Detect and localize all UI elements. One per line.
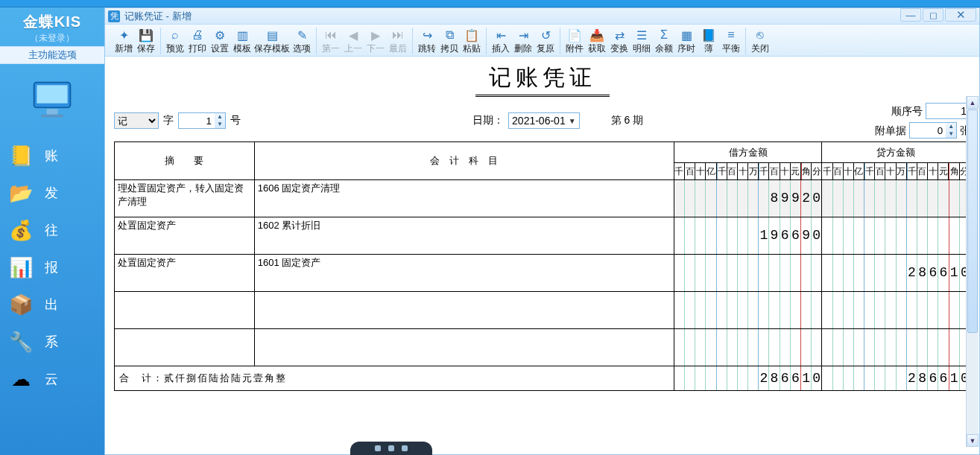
sidebar-item-1[interactable]: 📂发 (0, 174, 104, 211)
toolbar-insert-button[interactable]: ⇤插入 (490, 28, 512, 54)
toolbar-delete-button[interactable]: ⇥删除 (512, 28, 534, 54)
tpl-icon: ▥ (237, 28, 248, 42)
account-cell[interactable]: 1606 固定资产清理 (254, 180, 674, 217)
toolbar-next-button: ▶下一 (364, 28, 387, 54)
summary-cell[interactable] (115, 292, 255, 329)
digit-cell (790, 255, 800, 291)
sidebar-item-0[interactable]: 📒账 (0, 137, 104, 174)
table-row[interactable]: 处置固定资产1602 累计折旧196690 (115, 217, 970, 255)
voucher-no-input[interactable]: ▲▼ (178, 112, 226, 129)
voucher-date-input[interactable]: 2021-06-01 ▼ (508, 112, 580, 129)
toolbar-savetpl-button[interactable]: ▤保存模板 (253, 28, 291, 54)
unit-header: 千 (674, 163, 684, 179)
sidebar-item-2[interactable]: 💰往 (0, 211, 104, 249)
toolbar-print-button[interactable]: 🖨打印 (186, 28, 209, 54)
debit-cell[interactable] (674, 255, 821, 292)
spin-down[interactable]: ▼ (946, 130, 956, 138)
toolbar-label: 设置 (211, 42, 229, 54)
credit-cell[interactable] (822, 180, 970, 217)
attach-field[interactable] (910, 123, 946, 138)
toolbar-balance-button[interactable]: ≡平衡 (720, 28, 742, 54)
scroll-up-button[interactable]: ▲ (967, 96, 979, 109)
summary-cell[interactable]: 处置固定资产 (115, 217, 255, 255)
toolbar-tpl-button[interactable]: ▥模板 (231, 28, 253, 54)
toolbar-preview-button[interactable]: ⌕预览 (164, 28, 186, 54)
unit-header: 十 (738, 163, 747, 179)
window-min-button[interactable]: — (900, 8, 921, 22)
bottom-pill[interactable] (350, 442, 432, 455)
digit-cell (800, 329, 811, 366)
toolbar-restore-button[interactable]: ↺复原 (534, 28, 557, 54)
toolbar-fetch-button[interactable]: 📥获取 (586, 28, 608, 54)
table-row[interactable]: 处置固定资产1601 固定资产286610 (115, 255, 970, 292)
sidebar-tab[interactable]: 主功能选项 (0, 46, 104, 64)
toolbar-paste-button[interactable]: 📋粘贴 (461, 28, 483, 54)
toolbar-new-button[interactable]: ✦新增 (113, 28, 135, 54)
spin-up[interactable]: ▲ (215, 113, 225, 121)
toolbar-detail-button[interactable]: ☰明细 (630, 28, 653, 54)
voucher-word-select[interactable]: 记 (114, 112, 159, 129)
credit-cell[interactable] (822, 292, 970, 329)
table-row[interactable] (115, 292, 970, 329)
toolbar-jump-button[interactable]: ↪跳转 (416, 28, 438, 54)
word-suffix: 字 (163, 114, 174, 127)
account-cell[interactable]: 1601 固定资产 (254, 255, 674, 292)
window-max-button[interactable]: ◻ (923, 8, 943, 22)
sidebar-item-4[interactable]: 📦出 (0, 286, 104, 323)
voucher-grid[interactable]: 摘 要 会 计 科 目 借方金额 贷方金额 千百十亿千百十万千百十元角分千百十亿… (114, 141, 970, 391)
toolbar-bal-button[interactable]: Σ余额 (653, 28, 675, 54)
debit-cell[interactable] (674, 329, 821, 366)
voucher-meta-row: 记 字 ▲▼ 号 日期： 2021-06-01 ▼ (114, 101, 970, 141)
table-row[interactable] (115, 329, 970, 366)
window-close-button[interactable]: ✕ (945, 8, 976, 22)
spin-down[interactable]: ▼ (215, 121, 225, 128)
digit-cell (695, 180, 705, 217)
toolbar-attach-button[interactable]: 📄附件 (563, 28, 586, 54)
digit-cell (811, 329, 821, 366)
digit-cell (705, 180, 715, 217)
voucher-no-field[interactable] (179, 113, 215, 128)
toolbar-book-button[interactable]: 📘薄 (698, 28, 720, 54)
toolbar-save-button[interactable]: 💾保存 (135, 28, 157, 54)
digit-cell (758, 292, 768, 328)
toolbar-swap-button[interactable]: ⇄变换 (608, 28, 630, 54)
toolbar-copy-button[interactable]: ⧉拷贝 (438, 28, 461, 54)
sidebar-item-6[interactable]: ☁云 (0, 360, 104, 398)
toolbar-setup-button[interactable]: ⚙设置 (209, 28, 231, 54)
sidebar-home[interactable] (0, 67, 104, 134)
vertical-scrollbar[interactable]: ▲ ▼ (966, 96, 979, 447)
digit-cell (864, 292, 874, 328)
toolbar-opt-button[interactable]: ✎选项 (291, 28, 313, 54)
table-row[interactable]: 理处置固定资产，转入固定资产清理1606 固定资产清理89920 (115, 180, 970, 217)
toolbar-first-button: ⏮第一 (320, 28, 342, 54)
account-cell[interactable] (254, 329, 674, 366)
debit-cell[interactable]: 196690 (674, 217, 821, 255)
digit-cell (906, 180, 917, 217)
spin-up[interactable]: ▲ (946, 123, 956, 130)
sidebar-item-5[interactable]: 🔧系 (0, 323, 104, 360)
credit-cell[interactable] (822, 217, 970, 255)
summary-cell[interactable]: 处置固定资产 (115, 255, 255, 292)
credit-cell[interactable] (822, 329, 970, 366)
digit-cell (917, 180, 927, 217)
summary-cell[interactable] (115, 329, 255, 366)
credit-cell[interactable]: 286610 (822, 255, 970, 292)
digit-cell (684, 329, 695, 366)
sidebar-item-3[interactable]: 📊报 (0, 249, 104, 286)
digit-cell (716, 180, 727, 217)
scroll-down-button[interactable]: ▼ (967, 434, 979, 447)
scroll-thumb[interactable] (967, 109, 978, 333)
unit-header: 十 (844, 163, 853, 179)
account-cell[interactable]: 1602 累计折旧 (254, 217, 674, 255)
account-cell[interactable] (254, 292, 674, 329)
debit-cell[interactable] (674, 292, 821, 329)
seq-value[interactable]: 1 (926, 103, 970, 119)
date-dropdown-icon[interactable]: ▼ (569, 117, 576, 125)
sidebar-icon: 🔧 (9, 331, 33, 354)
summary-cell[interactable]: 理处置固定资产，转入固定资产清理 (115, 180, 255, 217)
debit-cell[interactable]: 89920 (674, 180, 821, 217)
digit-cell (684, 217, 695, 254)
toolbar-seq-button[interactable]: ▦序时 (675, 28, 698, 54)
attach-input[interactable]: ▲▼ (909, 122, 957, 139)
toolbar-close-button[interactable]: ⎋关闭 (749, 28, 771, 54)
